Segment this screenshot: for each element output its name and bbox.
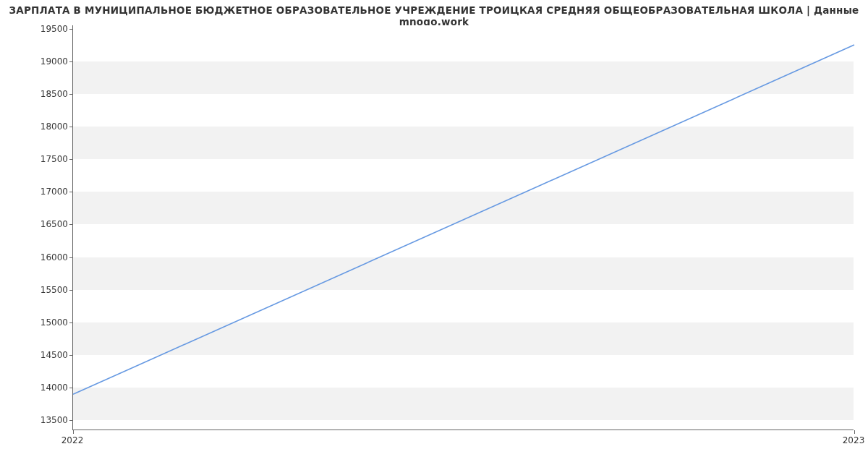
- y-tick-mark: [69, 420, 73, 421]
- y-tick-label: 14500: [25, 350, 68, 360]
- y-tick-label: 14000: [25, 383, 68, 393]
- y-tick-label: 19500: [25, 24, 68, 34]
- y-tick-mark: [69, 257, 73, 258]
- y-tick-label: 17000: [25, 187, 68, 197]
- y-tick-mark: [69, 61, 73, 62]
- y-tick-mark: [69, 355, 73, 356]
- y-tick-label: 16500: [25, 219, 68, 229]
- x-tick-mark: [854, 430, 855, 434]
- y-tick-mark: [69, 388, 73, 388]
- y-tick-label: 17500: [25, 154, 68, 164]
- series-line: [73, 45, 854, 394]
- y-tick-mark: [69, 290, 73, 291]
- y-tick-mark: [69, 94, 73, 95]
- y-tick-label: 15000: [25, 317, 68, 328]
- x-tick-mark: [73, 430, 74, 434]
- chart-container: ЗАРПЛАТА В МУНИЦИПАЛЬНОЕ БЮДЖЕТНОЕ ОБРАЗ…: [0, 0, 868, 470]
- x-tick-label: 2022: [61, 435, 84, 445]
- chart-title: ЗАРПЛАТА В МУНИЦИПАЛЬНОЕ БЮДЖЕТНОЕ ОБРАЗ…: [0, 4, 868, 27]
- y-tick-label: 15500: [25, 285, 68, 295]
- plot-area: [72, 25, 854, 430]
- y-tick-label: 16000: [25, 252, 68, 262]
- y-tick-mark: [69, 192, 73, 192]
- y-tick-label: 18000: [25, 121, 68, 132]
- y-tick-label: 13500: [25, 415, 68, 425]
- line-layer: [73, 25, 854, 430]
- y-tick-label: 19000: [25, 56, 68, 67]
- y-tick-label: 18500: [25, 89, 68, 99]
- y-tick-mark: [69, 159, 73, 160]
- y-tick-mark: [69, 224, 73, 225]
- y-tick-mark: [69, 322, 73, 323]
- y-tick-mark: [69, 29, 73, 30]
- y-tick-mark: [69, 127, 73, 127]
- x-tick-label: 2023: [843, 435, 865, 445]
